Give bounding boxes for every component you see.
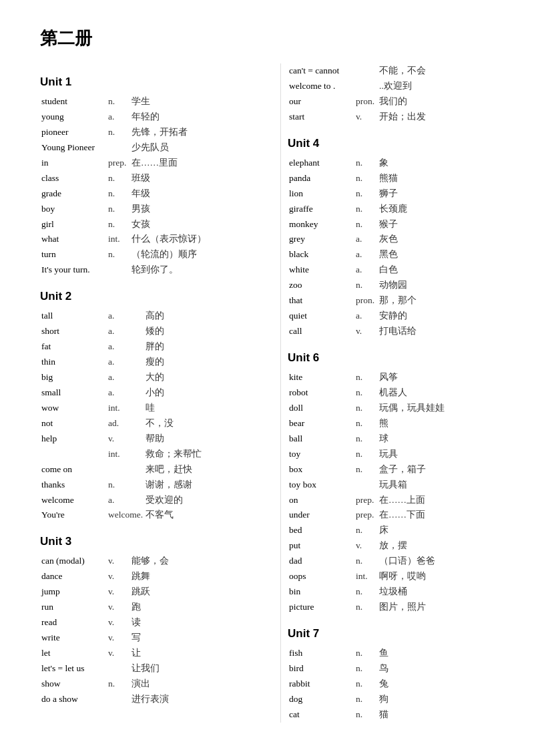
pos-cell: welcome. [107, 508, 144, 523]
meaning-cell: 在……下面 [378, 508, 494, 523]
meaning-cell: 帮助 [144, 431, 247, 447]
word-cell: white [288, 262, 354, 278]
table-row: ourpron.我们的 [288, 94, 494, 110]
table-row: can (modal)v.能够，会 [40, 554, 247, 569]
meaning-cell: 学生 [130, 94, 247, 110]
table-row: whatint.什么（表示惊讶） [40, 232, 247, 247]
pos-cell: pron. [354, 293, 378, 309]
meaning-cell: 鱼 [378, 646, 494, 661]
meaning-cell: 在……里面 [130, 156, 247, 171]
table-row: pioneern.先锋，开拓者 [40, 125, 247, 140]
table-row: monkeyn.猴子 [288, 217, 494, 232]
pos-cell: prep. [354, 508, 378, 523]
meaning-cell: 进行表演 [130, 692, 247, 707]
word-cell: dad [288, 554, 354, 569]
word-cell: can (modal) [40, 554, 107, 569]
meaning-cell: 男孩 [130, 202, 247, 217]
page: 第二册 Unit 1studentn.学生younga.年轻的pioneern.… [0, 0, 534, 756]
table-row: catn.猫 [288, 707, 494, 723]
table-row: callv.打电话给 [288, 324, 494, 339]
word-cell: short [40, 324, 107, 339]
meaning-cell: 猴子 [378, 217, 494, 232]
table-row: runv.跑 [40, 600, 247, 615]
table-row: toyn.玩具 [288, 447, 494, 462]
table-row: thina.瘦的 [40, 355, 247, 370]
meaning-cell: 玩偶，玩具娃娃 [378, 401, 494, 416]
table-row: let's = let us让我们 [40, 661, 247, 677]
table-row: giraffen.长颈鹿 [288, 202, 494, 217]
pos-cell: v. [107, 554, 130, 569]
pos-cell [354, 478, 378, 493]
word-cell: cat [288, 707, 354, 723]
pos-cell: n. [107, 125, 130, 140]
word-cell: welcome [40, 493, 107, 508]
meaning-cell: ..欢迎到 [378, 79, 494, 94]
word-cell: kite [288, 370, 354, 385]
word-cell: can't = cannot [288, 63, 354, 79]
meaning-cell: 受欢迎的 [144, 493, 247, 508]
table-row: thatpron.那，那个 [288, 293, 494, 309]
table-row: underprep.在……下面 [288, 508, 494, 523]
meaning-cell: 写 [130, 630, 247, 646]
table-row: binn.垃圾桶 [288, 584, 494, 600]
pos-cell: n. [107, 247, 130, 262]
pos-cell [354, 63, 378, 79]
pos-cell: v. [107, 569, 130, 584]
table-row: dogn.狗 [288, 692, 494, 707]
meaning-cell: 玩具箱 [378, 478, 494, 493]
pos-cell: v. [354, 324, 378, 339]
word-cell: boy [40, 202, 107, 217]
table-row: greya.灰色 [288, 232, 494, 247]
word-cell: what [40, 232, 107, 247]
pos-cell [107, 661, 130, 677]
table-row: girln.女孩 [40, 217, 247, 232]
word-cell: pioneer [40, 125, 107, 140]
table-row: startv.开始；出发 [288, 110, 494, 125]
unit-title: Unit 3 [40, 535, 247, 548]
word-cell: student [40, 94, 107, 110]
word-cell: giraffe [288, 202, 354, 217]
word-cell: bin [288, 584, 354, 600]
page-title: 第二册 [40, 27, 494, 50]
meaning-cell: 瘦的 [144, 355, 247, 370]
table-row: boxn.盒子，箱子 [288, 462, 494, 478]
table-row: whitea.白色 [288, 262, 494, 278]
meaning-cell: 盒子，箱子 [378, 462, 494, 478]
word-cell: wow [40, 401, 107, 416]
table-row: dadn.（口语）爸爸 [288, 554, 494, 569]
pos-cell: n. [354, 600, 378, 615]
meaning-cell: 来吧，赶快 [144, 462, 247, 478]
word-cell: run [40, 600, 107, 615]
meaning-cell: 长颈鹿 [378, 202, 494, 217]
meaning-cell: 跳跃 [130, 584, 247, 600]
word-cell: girl [40, 217, 107, 232]
pos-cell: v. [107, 646, 130, 661]
word-cell: come on [40, 462, 107, 478]
pos-cell: prep. [107, 156, 130, 171]
word-cell: thanks [40, 478, 107, 493]
meaning-cell: 不，没 [144, 416, 247, 431]
word-cell: grade [40, 186, 107, 202]
table-row: classn.班级 [40, 171, 247, 186]
word-cell: dog [288, 692, 354, 707]
meaning-cell: 我们的 [378, 94, 494, 110]
meaning-cell: 小的 [144, 385, 247, 401]
meaning-cell: 放，摆 [378, 538, 494, 554]
pos-cell: n. [354, 447, 378, 462]
table-row: fishn.鱼 [288, 646, 494, 661]
pos-cell: n. [107, 94, 130, 110]
meaning-cell: 熊猫 [378, 171, 494, 186]
table-row: bedn.床 [288, 523, 494, 538]
meaning-cell: 灰色 [378, 232, 494, 247]
word-cell: on [288, 493, 354, 508]
table-row: readv.读 [40, 615, 247, 630]
meaning-cell: 啊呀，哎哟 [378, 569, 494, 584]
pos-cell: a. [107, 493, 144, 508]
unit-title: Unit 1 [40, 75, 247, 89]
table-row: lionn.狮子 [288, 186, 494, 202]
word-cell: toy [288, 447, 354, 462]
meaning-cell: 打电话给 [378, 324, 494, 339]
table-row: quieta.安静的 [288, 309, 494, 324]
pos-cell: v. [107, 630, 130, 646]
pos-cell: v. [107, 431, 144, 447]
